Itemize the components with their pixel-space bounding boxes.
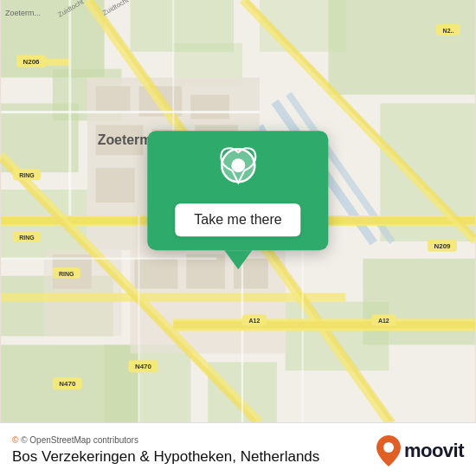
svg-rect-12 (329, 0, 475, 95)
svg-text:RING: RING (59, 271, 74, 277)
svg-text:Zoeterm...: Zoeterm... (5, 9, 41, 17)
take-me-there-button[interactable]: Take me there (175, 203, 300, 236)
osm-icon: © (12, 435, 18, 445)
footer-left: © © OpenStreetMap contributors Bos Verze… (12, 435, 319, 466)
moovit-logo: moovit (376, 435, 464, 466)
svg-text:N209: N209 (434, 242, 452, 250)
osm-credit: © © OpenStreetMap contributors (12, 435, 319, 445)
map-container: N206 RING RING RING RING N470 N470 A12 A… (0, 0, 476, 422)
popup-triangle (224, 250, 252, 269)
svg-rect-24 (190, 95, 229, 119)
map-pin-icon (219, 146, 257, 195)
footer: © © OpenStreetMap contributors Bos Verze… (0, 422, 476, 476)
osm-credit-text: © OpenStreetMap contributors (21, 435, 138, 445)
svg-rect-10 (363, 259, 474, 345)
svg-text:N2..: N2.. (443, 28, 454, 34)
svg-point-82 (231, 158, 245, 172)
svg-rect-28 (96, 168, 135, 203)
svg-text:A12: A12 (249, 318, 261, 324)
svg-text:N206: N206 (23, 58, 40, 66)
svg-point-83 (383, 442, 394, 453)
app: N206 RING RING RING RING N470 N470 A12 A… (0, 0, 476, 476)
location-name: Bos Verzekeringen & Hypotheken, Netherla… (12, 448, 319, 466)
svg-text:A12: A12 (378, 318, 389, 324)
moovit-brand-text: moovit (404, 440, 464, 462)
svg-text:N470: N470 (59, 380, 76, 388)
svg-rect-7 (105, 344, 191, 422)
popup-overlay: Take me there (147, 131, 328, 269)
svg-text:N470: N470 (135, 363, 152, 370)
popup-card: Take me there (147, 131, 328, 250)
svg-rect-22 (96, 87, 131, 113)
svg-text:RING: RING (19, 235, 34, 241)
moovit-pin-icon (376, 435, 401, 466)
svg-rect-53 (173, 321, 475, 328)
svg-text:RING: RING (19, 172, 34, 178)
